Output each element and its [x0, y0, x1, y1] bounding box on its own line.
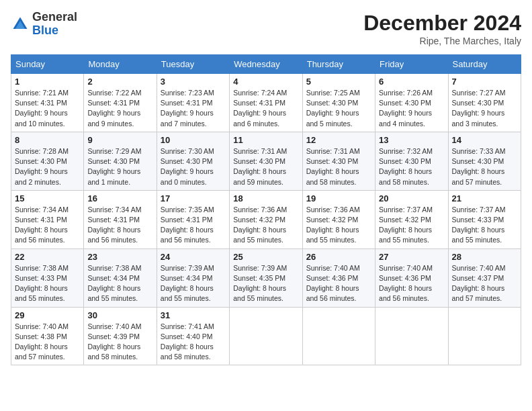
day-info: Sunrise: 7:41 AMSunset: 4:40 PMDaylight:… [161, 322, 226, 363]
day-number: 9 [87, 135, 152, 145]
day-number: 3 [161, 77, 226, 87]
day-info: Sunrise: 7:26 AMSunset: 4:30 PMDaylight:… [379, 88, 444, 129]
weekday-header: Saturday [448, 55, 521, 74]
calendar-day-cell: 6Sunrise: 7:26 AMSunset: 4:30 PMDaylight… [375, 74, 448, 132]
day-number: 31 [161, 310, 226, 320]
day-number: 12 [306, 135, 371, 145]
day-info: Sunrise: 7:21 AMSunset: 4:31 PMDaylight:… [15, 88, 80, 129]
calendar-day-cell [448, 307, 521, 365]
day-info: Sunrise: 7:38 AMSunset: 4:33 PMDaylight:… [15, 263, 80, 304]
calendar-day-cell: 10Sunrise: 7:30 AMSunset: 4:30 PMDayligh… [157, 132, 229, 190]
day-info: Sunrise: 7:30 AMSunset: 4:30 PMDaylight:… [161, 146, 226, 187]
logo: General Blue [11, 11, 77, 38]
day-number: 28 [452, 252, 517, 262]
day-number: 14 [452, 135, 517, 145]
calendar-day-cell: 24Sunrise: 7:39 AMSunset: 4:34 PMDayligh… [157, 248, 229, 307]
location: Ripe, The Marches, Italy [363, 36, 521, 46]
day-info: Sunrise: 7:33 AMSunset: 4:30 PMDaylight:… [452, 146, 517, 187]
logo-blue: Blue [32, 24, 58, 37]
day-info: Sunrise: 7:40 AMSunset: 4:37 PMDaylight:… [452, 263, 517, 304]
calendar-day-cell: 22Sunrise: 7:38 AMSunset: 4:33 PMDayligh… [11, 248, 84, 307]
weekday-header: Wednesday [230, 55, 302, 74]
weekday-header: Friday [375, 55, 448, 74]
day-number: 23 [87, 252, 152, 262]
day-number: 25 [233, 252, 298, 262]
day-number: 27 [379, 252, 444, 262]
calendar-day-cell: 11Sunrise: 7:31 AMSunset: 4:30 PMDayligh… [230, 132, 302, 190]
day-number: 6 [379, 77, 444, 87]
calendar-day-cell: 30Sunrise: 7:40 AMSunset: 4:39 PMDayligh… [84, 307, 157, 365]
day-info: Sunrise: 7:35 AMSunset: 4:31 PMDaylight:… [161, 205, 226, 246]
day-info: Sunrise: 7:34 AMSunset: 4:31 PMDaylight:… [87, 205, 152, 246]
title-block: December 2024 Ripe, The Marches, Italy [363, 11, 521, 46]
calendar-day-cell: 18Sunrise: 7:36 AMSunset: 4:32 PMDayligh… [230, 190, 302, 248]
calendar-day-cell: 23Sunrise: 7:38 AMSunset: 4:34 PMDayligh… [84, 248, 157, 307]
day-info: Sunrise: 7:31 AMSunset: 4:30 PMDaylight:… [306, 146, 371, 187]
day-info: Sunrise: 7:39 AMSunset: 4:35 PMDaylight:… [233, 263, 298, 304]
weekday-header: Monday [84, 55, 157, 74]
day-info: Sunrise: 7:22 AMSunset: 4:31 PMDaylight:… [87, 88, 152, 129]
day-info: Sunrise: 7:29 AMSunset: 4:30 PMDaylight:… [87, 146, 152, 187]
calendar-day-cell: 29Sunrise: 7:40 AMSunset: 4:38 PMDayligh… [11, 307, 84, 365]
calendar-day-cell: 16Sunrise: 7:34 AMSunset: 4:31 PMDayligh… [84, 190, 157, 248]
logo-text: General Blue [32, 11, 77, 38]
day-number: 17 [161, 193, 226, 203]
calendar-day-cell: 1Sunrise: 7:21 AMSunset: 4:31 PMDaylight… [11, 74, 84, 132]
day-number: 18 [233, 193, 298, 203]
day-number: 2 [87, 77, 152, 87]
day-info: Sunrise: 7:40 AMSunset: 4:36 PMDaylight:… [306, 263, 371, 304]
day-number: 20 [379, 193, 444, 203]
calendar-day-cell: 9Sunrise: 7:29 AMSunset: 4:30 PMDaylight… [84, 132, 157, 190]
calendar-day-cell: 20Sunrise: 7:37 AMSunset: 4:32 PMDayligh… [375, 190, 448, 248]
weekday-header: Tuesday [157, 55, 229, 74]
calendar-day-cell: 21Sunrise: 7:37 AMSunset: 4:33 PMDayligh… [448, 190, 521, 248]
calendar-day-cell: 14Sunrise: 7:33 AMSunset: 4:30 PMDayligh… [448, 132, 521, 190]
calendar-header-row: SundayMondayTuesdayWednesdayThursdayFrid… [11, 55, 521, 74]
day-number: 5 [306, 77, 371, 87]
day-info: Sunrise: 7:28 AMSunset: 4:30 PMDaylight:… [15, 146, 80, 187]
day-number: 4 [233, 77, 298, 87]
day-info: Sunrise: 7:40 AMSunset: 4:39 PMDaylight:… [87, 322, 152, 363]
logo-icon [11, 15, 30, 34]
calendar-table: SundayMondayTuesdayWednesdayThursdayFrid… [11, 54, 521, 365]
day-info: Sunrise: 7:37 AMSunset: 4:33 PMDaylight:… [452, 205, 517, 246]
day-info: Sunrise: 7:36 AMSunset: 4:32 PMDaylight:… [233, 205, 298, 246]
calendar-day-cell: 28Sunrise: 7:40 AMSunset: 4:37 PMDayligh… [448, 248, 521, 307]
calendar-day-cell: 19Sunrise: 7:36 AMSunset: 4:32 PMDayligh… [302, 190, 375, 248]
day-info: Sunrise: 7:25 AMSunset: 4:30 PMDaylight:… [306, 88, 371, 129]
day-number: 10 [161, 135, 226, 145]
calendar-day-cell: 25Sunrise: 7:39 AMSunset: 4:35 PMDayligh… [230, 248, 302, 307]
weekday-header: Thursday [302, 55, 375, 74]
day-number: 29 [15, 310, 80, 320]
day-info: Sunrise: 7:34 AMSunset: 4:31 PMDaylight:… [15, 205, 80, 246]
calendar-day-cell [230, 307, 302, 365]
calendar-day-cell [302, 307, 375, 365]
calendar-week-row: 8Sunrise: 7:28 AMSunset: 4:30 PMDaylight… [11, 132, 521, 190]
day-info: Sunrise: 7:38 AMSunset: 4:34 PMDaylight:… [87, 263, 152, 304]
day-number: 24 [161, 252, 226, 262]
day-info: Sunrise: 7:27 AMSunset: 4:30 PMDaylight:… [452, 88, 517, 129]
day-info: Sunrise: 7:37 AMSunset: 4:32 PMDaylight:… [379, 205, 444, 246]
calendar-week-row: 29Sunrise: 7:40 AMSunset: 4:38 PMDayligh… [11, 307, 521, 365]
day-number: 11 [233, 135, 298, 145]
calendar-day-cell: 4Sunrise: 7:24 AMSunset: 4:31 PMDaylight… [230, 74, 302, 132]
calendar-day-cell: 31Sunrise: 7:41 AMSunset: 4:40 PMDayligh… [157, 307, 229, 365]
calendar-day-cell: 12Sunrise: 7:31 AMSunset: 4:30 PMDayligh… [302, 132, 375, 190]
page-header: General Blue December 2024 Ripe, The Mar… [11, 11, 521, 46]
day-number: 19 [306, 193, 371, 203]
day-info: Sunrise: 7:24 AMSunset: 4:31 PMDaylight:… [233, 88, 298, 129]
day-number: 8 [15, 135, 80, 145]
calendar-day-cell: 27Sunrise: 7:40 AMSunset: 4:36 PMDayligh… [375, 248, 448, 307]
day-info: Sunrise: 7:32 AMSunset: 4:30 PMDaylight:… [379, 146, 444, 187]
day-info: Sunrise: 7:40 AMSunset: 4:38 PMDaylight:… [15, 322, 80, 363]
calendar-week-row: 22Sunrise: 7:38 AMSunset: 4:33 PMDayligh… [11, 248, 521, 307]
calendar-day-cell: 8Sunrise: 7:28 AMSunset: 4:30 PMDaylight… [11, 132, 84, 190]
calendar-day-cell: 15Sunrise: 7:34 AMSunset: 4:31 PMDayligh… [11, 190, 84, 248]
day-number: 1 [15, 77, 80, 87]
calendar-day-cell: 3Sunrise: 7:23 AMSunset: 4:31 PMDaylight… [157, 74, 229, 132]
day-number: 15 [15, 193, 80, 203]
day-number: 13 [379, 135, 444, 145]
day-number: 26 [306, 252, 371, 262]
calendar-day-cell: 26Sunrise: 7:40 AMSunset: 4:36 PMDayligh… [302, 248, 375, 307]
logo-general: General [32, 10, 77, 24]
